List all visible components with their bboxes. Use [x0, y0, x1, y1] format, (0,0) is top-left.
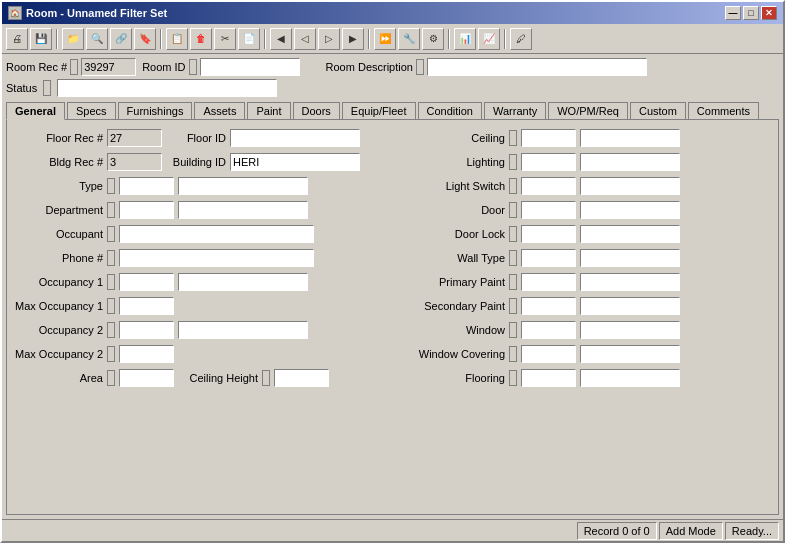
max-occupancy1-indicator: [107, 298, 115, 314]
tab-warranty[interactable]: Warranty: [484, 102, 546, 120]
area-label: Area: [15, 372, 103, 384]
department-code-input[interactable]: [119, 201, 174, 219]
minimize-button[interactable]: —: [725, 6, 741, 20]
room-desc-label: Room Description: [326, 61, 413, 73]
wall-type-code-input[interactable]: [521, 249, 576, 267]
secondary-paint-code-input[interactable]: [521, 297, 576, 315]
tab-equip-fleet[interactable]: Equip/Fleet: [342, 102, 416, 120]
occupant-input[interactable]: [119, 225, 314, 243]
max-occupancy1-input[interactable]: [119, 297, 174, 315]
occupant-row: Occupant: [15, 224, 360, 244]
secondary-paint-desc-input[interactable]: [580, 297, 680, 315]
room-desc-group: Room Description: [326, 58, 647, 76]
occupancy1-desc-input[interactable]: [178, 273, 308, 291]
flooring-desc-input[interactable]: [580, 369, 680, 387]
window-covering-label: Window Covering: [400, 348, 505, 360]
title-buttons: — □ ✕: [725, 6, 777, 20]
room-id-input[interactable]: [200, 58, 300, 76]
occupancy2-code-input[interactable]: [119, 321, 174, 339]
tab-comments[interactable]: Comments: [688, 102, 759, 120]
wall-type-desc-input[interactable]: [580, 249, 680, 267]
door-lock-code-input[interactable]: [521, 225, 576, 243]
max-occupancy1-row: Max Occupancy 1: [15, 296, 360, 316]
run-button[interactable]: ⏩: [374, 28, 396, 50]
tab-wo-pm-req[interactable]: WO/PM/Req: [548, 102, 628, 120]
tab-general[interactable]: General: [6, 102, 65, 120]
bldg-rec-input[interactable]: [107, 153, 162, 171]
type-code-input[interactable]: [119, 177, 174, 195]
delete-button[interactable]: 🗑: [190, 28, 212, 50]
tab-specs[interactable]: Specs: [67, 102, 116, 120]
open-button[interactable]: 📁: [62, 28, 84, 50]
bookmark-button[interactable]: 🔖: [134, 28, 156, 50]
link-button[interactable]: 🔗: [110, 28, 132, 50]
main-content: Room Rec # Room ID Room Description Stat…: [2, 54, 783, 519]
tab-assets[interactable]: Assets: [194, 102, 245, 120]
status-bar: Record 0 of 0 Add Mode Ready...: [2, 519, 783, 541]
cut-button[interactable]: ✂: [214, 28, 236, 50]
save-button[interactable]: 💾: [30, 28, 52, 50]
room-id-label: Room ID: [142, 61, 185, 73]
status-input[interactable]: [57, 79, 277, 97]
graph-button[interactable]: 📈: [478, 28, 500, 50]
search-button[interactable]: 🔍: [86, 28, 108, 50]
toolbar-separator-4: [368, 29, 370, 49]
floor-rec-input[interactable]: [107, 129, 162, 147]
primary-paint-code-input[interactable]: [521, 273, 576, 291]
light-switch-code-input[interactable]: [521, 177, 576, 195]
window-covering-code-input[interactable]: [521, 345, 576, 363]
max-occupancy2-input[interactable]: [119, 345, 174, 363]
chart-button[interactable]: 📊: [454, 28, 476, 50]
window-code-input[interactable]: [521, 321, 576, 339]
first-button[interactable]: ◀: [270, 28, 292, 50]
tab-condition[interactable]: Condition: [418, 102, 482, 120]
tab-doors[interactable]: Doors: [293, 102, 340, 120]
building-id-input[interactable]: [230, 153, 360, 171]
header-row: Room Rec # Room ID Room Description: [6, 58, 779, 76]
room-desc-input[interactable]: [427, 58, 647, 76]
occupancy1-code-input[interactable]: [119, 273, 174, 291]
tab-paint[interactable]: Paint: [247, 102, 290, 120]
tools-button[interactable]: 🔧: [398, 28, 420, 50]
department-desc-input[interactable]: [178, 201, 308, 219]
edit-button[interactable]: 🖊: [510, 28, 532, 50]
ceiling-height-input[interactable]: [274, 369, 329, 387]
primary-paint-desc-input[interactable]: [580, 273, 680, 291]
ceiling-desc-input[interactable]: [580, 129, 680, 147]
window-desc-input[interactable]: [580, 321, 680, 339]
door-lock-desc-input[interactable]: [580, 225, 680, 243]
copy-button[interactable]: 📋: [166, 28, 188, 50]
prev-button[interactable]: ◁: [294, 28, 316, 50]
close-button[interactable]: ✕: [761, 6, 777, 20]
door-label: Door: [400, 204, 505, 216]
door-code-input[interactable]: [521, 201, 576, 219]
last-button[interactable]: ▶: [342, 28, 364, 50]
next-button[interactable]: ▷: [318, 28, 340, 50]
tab-custom[interactable]: Custom: [630, 102, 686, 120]
floor-id-input[interactable]: [230, 129, 360, 147]
new-button[interactable]: 📄: [238, 28, 260, 50]
print-button[interactable]: 🖨: [6, 28, 28, 50]
occupancy2-desc-input[interactable]: [178, 321, 308, 339]
maximize-button[interactable]: □: [743, 6, 759, 20]
light-switch-desc-input[interactable]: [580, 177, 680, 195]
door-desc-input[interactable]: [580, 201, 680, 219]
record-status: Record 0 of 0: [577, 522, 657, 540]
ceiling-code-input[interactable]: [521, 129, 576, 147]
room-rec-input[interactable]: [81, 58, 136, 76]
light-switch-row: Light Switch: [400, 176, 680, 196]
area-input[interactable]: [119, 369, 174, 387]
tab-furnishings[interactable]: Furnishings: [118, 102, 193, 120]
lighting-code-input[interactable]: [521, 153, 576, 171]
lighting-desc-input[interactable]: [580, 153, 680, 171]
window-covering-desc-input[interactable]: [580, 345, 680, 363]
door-lock-label: Door Lock: [400, 228, 505, 240]
phone-input[interactable]: [119, 249, 314, 267]
toolbar-separator-5: [448, 29, 450, 49]
type-desc-input[interactable]: [178, 177, 308, 195]
building-id-label: Building ID: [166, 156, 226, 168]
flooring-code-input[interactable]: [521, 369, 576, 387]
window-indicator: [509, 322, 517, 338]
occupancy2-indicator: [107, 322, 115, 338]
settings-button[interactable]: ⚙: [422, 28, 444, 50]
